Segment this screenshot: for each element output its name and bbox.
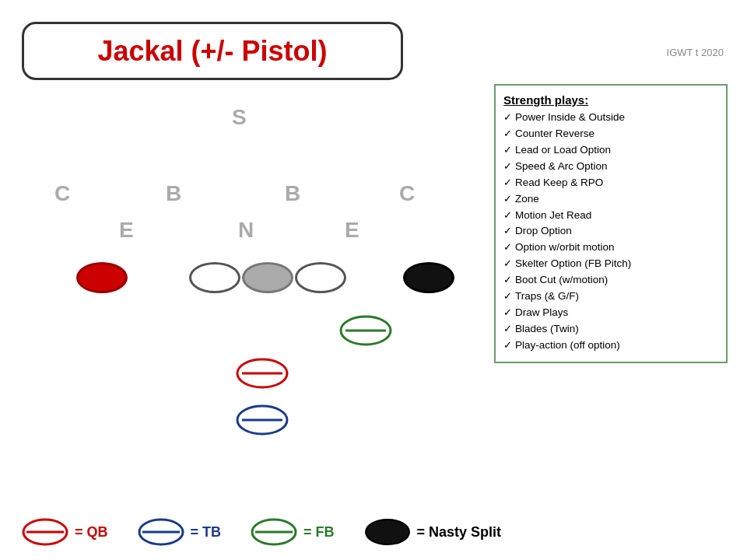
play-item: ✓Option w/orbit motion bbox=[503, 240, 715, 256]
oval-qb-lower bbox=[236, 358, 289, 389]
play-text: Play-action (off option) bbox=[515, 338, 620, 354]
checkmark-icon: ✓ bbox=[503, 175, 512, 191]
play-text: Power Inside & Outside bbox=[515, 110, 625, 126]
checkmark-icon: ✓ bbox=[503, 272, 512, 288]
oval-black bbox=[403, 262, 454, 293]
play-text: Counter Reverse bbox=[515, 126, 594, 142]
play-item: ✓Power Inside & Outside bbox=[503, 110, 715, 126]
checkmark-icon: ✓ bbox=[503, 191, 512, 207]
legend-tb-icon bbox=[138, 518, 184, 546]
title-box: Jackal (+/- Pistol) bbox=[22, 22, 403, 80]
oval-white-right bbox=[295, 262, 346, 293]
position-E-left: E bbox=[119, 218, 134, 243]
watermark: IGWT t 2020 bbox=[667, 47, 724, 58]
oval-fb bbox=[339, 315, 392, 346]
legend-nasty-split-label: = Nasty Split bbox=[417, 524, 502, 541]
play-item: ✓Counter Reverse bbox=[503, 126, 715, 142]
legend-qb-label: = QB bbox=[75, 524, 108, 541]
svg-point-12 bbox=[366, 520, 409, 544]
oval-gray-center bbox=[242, 262, 293, 293]
play-text: Blades (Twin) bbox=[515, 321, 579, 338]
oval-white-left bbox=[189, 262, 240, 293]
oval-red bbox=[76, 262, 128, 293]
checkmark-icon: ✓ bbox=[503, 208, 512, 223]
play-item: ✓Motion Jet Read bbox=[503, 208, 715, 224]
legend-fb: = FB bbox=[251, 518, 335, 546]
legend-tb: = TB bbox=[138, 518, 222, 546]
play-text: Boot Cut (w/motion) bbox=[515, 272, 608, 289]
play-text: Lead or Load Option bbox=[515, 142, 611, 159]
checkmark-icon: ✓ bbox=[503, 126, 512, 142]
play-item: ✓Traps (& G/F) bbox=[503, 289, 715, 305]
play-item: ✓Lead or Load Option bbox=[503, 142, 715, 159]
play-text: Draw Plays bbox=[515, 305, 568, 321]
legend-fb-icon bbox=[251, 518, 297, 546]
position-E-right: E bbox=[345, 218, 359, 243]
play-text: Zone bbox=[515, 191, 539, 208]
checkmark-icon: ✓ bbox=[503, 289, 512, 304]
play-item: ✓Boot Cut (w/motion) bbox=[503, 272, 715, 289]
checkmark-icon: ✓ bbox=[503, 223, 512, 239]
play-item: ✓Blades (Twin) bbox=[503, 321, 715, 338]
checkmark-icon: ✓ bbox=[503, 159, 512, 174]
checkmark-icon: ✓ bbox=[503, 338, 512, 353]
play-item: ✓Speed & Arc Option bbox=[503, 159, 715, 175]
checkmark-icon: ✓ bbox=[503, 305, 512, 320]
legend-nasty-split-icon bbox=[364, 518, 411, 546]
page-title: Jackal (+/- Pistol) bbox=[97, 35, 327, 68]
play-text: Option w/orbit motion bbox=[515, 240, 615, 256]
play-item: ✓Read Keep & RPO bbox=[503, 175, 715, 191]
play-text: Drop Option bbox=[515, 223, 572, 240]
legend-qb-icon bbox=[22, 518, 68, 546]
play-item: ✓Skelter Option (FB Pitch) bbox=[503, 256, 715, 272]
play-text: Motion Jet Read bbox=[515, 208, 591, 224]
football-field: S C B B C E N E bbox=[22, 89, 481, 471]
plays-list: ✓Power Inside & Outside✓Counter Reverse✓… bbox=[503, 110, 715, 354]
play-item: ✓Play-action (off option) bbox=[503, 338, 715, 354]
play-text: Skelter Option (FB Pitch) bbox=[515, 256, 631, 272]
position-S: S bbox=[232, 105, 247, 130]
play-text: Speed & Arc Option bbox=[515, 159, 608, 175]
play-text: Traps (& G/F) bbox=[515, 289, 579, 305]
play-text: Read Keep & RPO bbox=[515, 175, 603, 191]
position-C-left: C bbox=[54, 181, 70, 206]
oval-tb-lower bbox=[236, 404, 289, 436]
checkmark-icon: ✓ bbox=[503, 142, 512, 158]
position-B-left: B bbox=[166, 181, 181, 206]
legend-nasty-split: = Nasty Split bbox=[364, 518, 502, 546]
legend-qb: = QB bbox=[22, 518, 108, 546]
legend-fb-label: = FB bbox=[303, 524, 335, 541]
checkmark-icon: ✓ bbox=[503, 240, 512, 255]
position-N: N bbox=[238, 218, 254, 243]
strength-plays-box: Strength plays: ✓Power Inside & Outside✓… bbox=[494, 84, 728, 363]
strength-plays-heading: Strength plays: bbox=[503, 93, 715, 107]
position-B-right: B bbox=[285, 181, 300, 206]
checkmark-icon: ✓ bbox=[503, 256, 512, 271]
play-item: ✓Draw Plays bbox=[503, 305, 715, 321]
play-item: ✓Zone bbox=[503, 191, 715, 208]
legend-tb-label: = TB bbox=[191, 524, 222, 541]
position-C-right: C bbox=[399, 181, 415, 206]
play-item: ✓Drop Option bbox=[503, 223, 715, 240]
checkmark-icon: ✓ bbox=[503, 110, 512, 125]
legend: = QB = TB = FB = Nasty Split bbox=[22, 518, 730, 546]
checkmark-icon: ✓ bbox=[503, 321, 512, 337]
